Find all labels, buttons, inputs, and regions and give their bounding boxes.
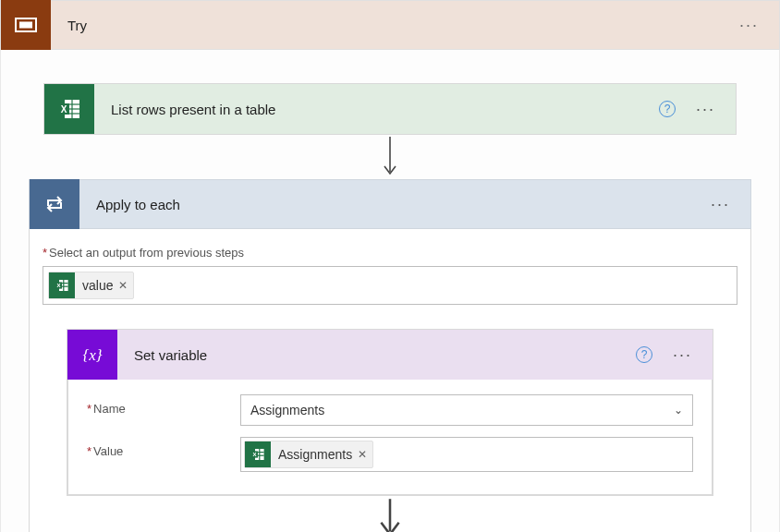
name-value: Assignments [250,403,324,417]
help-icon[interactable]: ? [659,101,676,117]
variable-icon: {x} [67,330,117,380]
assignments-token[interactable]: X Assignments ✕ [244,441,373,468]
apply-to-each-input[interactable]: X value ✕ [43,266,737,305]
try-scope-header[interactable]: Try ··· [0,0,780,50]
excel-token-icon: X [245,441,271,467]
try-scope-body: X List rows present in a table ? ··· [0,50,780,532]
svg-rect-1 [19,22,32,29]
connector-arrow [67,496,713,524]
name-label: Name [87,394,225,419]
list-rows-card[interactable]: X List rows present in a table ? ··· [43,83,737,135]
list-rows-title: List rows present in a table [94,102,659,117]
set-variable-card: {x} Set variable ? ··· Name [67,329,713,496]
apply-to-each-body: *Select an output from previous steps X [29,229,751,532]
connector-arrow [43,135,737,179]
loop-icon [30,179,79,229]
apply-to-each-header[interactable]: Apply to each ··· [29,179,751,229]
try-title: Try [51,18,739,33]
token-remove-icon[interactable]: ✕ [358,448,367,461]
svg-text:{x}: {x} [82,346,102,364]
try-menu-icon[interactable]: ··· [739,17,759,33]
value-label: Value [87,437,225,462]
apply-to-each-menu-icon[interactable]: ··· [711,196,730,212]
svg-text:X: X [252,452,256,457]
output-label: Select an output from previous steps [49,242,244,263]
value-input[interactable]: X Assignments ✕ [240,437,693,472]
list-rows-menu-icon[interactable]: ··· [696,101,715,117]
apply-to-each-card: Apply to each ··· *Select an output from… [29,179,751,532]
set-variable-menu-icon[interactable]: ··· [673,346,692,363]
value-token[interactable]: X value ✕ [48,272,134,299]
help-icon[interactable]: ? [636,346,652,363]
flow-canvas: Try ··· X List rows p [0,0,780,532]
required-asterisk: * [43,246,47,260]
assignments-token-label: Assignments [278,447,352,462]
set-variable-header[interactable]: {x} Set variable ? ··· [67,330,713,380]
name-select[interactable]: Assignments ⌄ [240,394,693,426]
svg-text:X: X [61,104,67,115]
token-remove-icon[interactable]: ✕ [118,279,128,292]
excel-token-icon: X [49,272,75,298]
set-variable-body: Name Assignments ⌄ Value [67,380,713,495]
excel-icon: X [44,84,94,134]
set-variable-title: Set variable [117,347,636,363]
chevron-down-icon: ⌄ [674,404,683,417]
apply-to-each-title: Apply to each [79,197,711,212]
value-token-label: value [82,278,113,293]
svg-text:X: X [56,283,60,288]
scope-icon [1,0,51,50]
